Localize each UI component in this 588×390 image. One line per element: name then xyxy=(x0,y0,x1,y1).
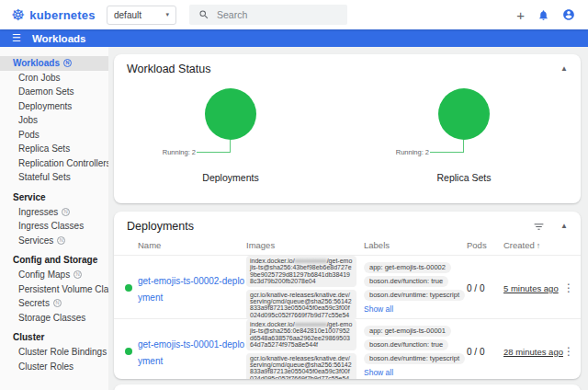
sidebar-item-cluster-role-bindings[interactable]: Cluster Role Bindings xyxy=(0,345,108,360)
pie-chart-area: Running: 2 xyxy=(153,86,309,166)
status-running-dot xyxy=(125,348,132,355)
created-cell[interactable]: 28 minutes ago xyxy=(503,347,560,357)
sidebar-item-replication-controllers[interactable]: Replication Controllers xyxy=(0,156,108,171)
kubernetes-logo-icon: ☸ xyxy=(11,7,25,23)
notifications-bell-icon[interactable] xyxy=(537,9,549,21)
sidebar-item-cron-jobs[interactable]: Cron Jobs xyxy=(0,71,108,86)
name-cell: get-emojis-ts-00002-deployment xyxy=(138,271,246,304)
sidebar-item-secrets[interactable]: SecretsN xyxy=(0,296,108,311)
top-bar: ☸ kubernetes default ▾ + xyxy=(0,0,588,29)
label-chip: boson.dev/runtime: typescript xyxy=(364,353,465,364)
workload-status-title: Workload Status xyxy=(127,63,545,75)
column-header-images[interactable]: Images xyxy=(246,240,364,250)
labels-cell: app: get-emojis-ts-00001boson.dev/functi… xyxy=(364,326,467,377)
namespaced-badge-icon: N xyxy=(74,270,82,279)
top-actions: + xyxy=(516,8,588,22)
brand-name: kubernetes xyxy=(29,8,95,22)
created-cell[interactable]: 5 minutes ago xyxy=(503,283,560,293)
sidebar-item-label: Cron Jobs xyxy=(18,73,61,84)
label-chip: app: get-emojis-ts-00001 xyxy=(364,326,451,337)
workload-status-card: Workload Status ▲ Running: 2DeploymentsR… xyxy=(114,54,581,203)
sidebar-section-header: Service xyxy=(0,185,108,205)
table-row: get-emojis-ts-00002-deploymentindex.dock… xyxy=(114,255,581,318)
image-chip: index.docker.io/xxxxxxxxxx/get-emojis-ts… xyxy=(246,319,356,350)
deployment-name-link[interactable]: get-emojis-ts-00001-deployment xyxy=(138,339,244,366)
deployments-table-body: get-emojis-ts-00002-deploymentindex.dock… xyxy=(114,255,581,379)
sidebar-item-jobs[interactable]: Jobs xyxy=(0,113,108,128)
sidebar-item-label: Services xyxy=(18,235,53,247)
collapse-caret-icon[interactable]: ▲ xyxy=(560,223,568,230)
namespaced-badge-icon: N xyxy=(62,208,70,216)
pie-chart-area: Running: 2 xyxy=(386,86,542,166)
namespace-value: default xyxy=(114,10,141,20)
brand: ☸ kubernetes xyxy=(0,7,97,23)
user-account-icon[interactable] xyxy=(562,8,575,21)
status-running-dot xyxy=(125,284,132,292)
image-chip: index.docker.io/xxxxxxxxxx/get-emojis-ts… xyxy=(246,256,356,287)
sidebar-item-workloads[interactable]: WorkloadsN xyxy=(0,56,108,71)
sidebar-item-ingress-classes[interactable]: Ingress Classes xyxy=(0,219,108,234)
namespaced-badge-icon: N xyxy=(53,299,62,307)
image-chip: gcr.io/knative-releases/knative.dev/serv… xyxy=(246,290,356,321)
sidebar-item-label: Jobs xyxy=(18,115,38,126)
sidebar-item-daemon-sets[interactable]: Daemon Sets xyxy=(0,85,108,99)
label-chip: app: get-emojis-ts-00002 xyxy=(364,262,451,273)
images-cell: index.docker.io/xxxxxxxxxx/get-emojis-ts… xyxy=(246,319,364,379)
menu-hamburger-icon[interactable]: ☰ xyxy=(12,33,21,43)
sidebar-item-replica-sets[interactable]: Replica Sets xyxy=(0,142,108,156)
column-header-pods[interactable]: Pods xyxy=(467,240,503,250)
deployments-header: Deployments ▲ xyxy=(114,212,581,235)
search-bar xyxy=(189,5,347,25)
collapse-caret-icon[interactable]: ▲ xyxy=(560,65,568,73)
row-menu-button[interactable]: ⋮ xyxy=(560,282,577,293)
sidebar-item-label: Storage Classes xyxy=(18,313,85,324)
images-cell: index.docker.io/xxxxxxxxxx/get-emojis-ts… xyxy=(246,256,364,320)
sidebar-item-stateful-sets[interactable]: Stateful Sets xyxy=(0,170,108,185)
column-header-created[interactable]: Created ↑ xyxy=(503,240,560,250)
sidebar-section-header: Config and Storage xyxy=(0,247,108,268)
deployments-table-header: NameImagesLabelsPodsCreated ↑ xyxy=(114,235,581,255)
main-content: Workload Status ▲ Running: 2DeploymentsR… xyxy=(108,47,588,390)
pods-cell: 0 / 0 xyxy=(467,283,503,293)
sidebar-item-persistent-volume-claims[interactable]: Persistent Volume ClaimsN xyxy=(0,282,108,297)
sidebar-item-label: Persistent Volume Claims xyxy=(18,284,108,295)
filter-icon[interactable] xyxy=(533,221,545,233)
sidebar-item-config-maps[interactable]: Config MapsN xyxy=(0,268,108,282)
status-chart-deployments: Running: 2Deployments xyxy=(114,86,347,183)
deployments-card: Deployments ▲ NameImagesLabelsPodsCreate… xyxy=(114,212,581,379)
sidebar-item-label: Stateful Sets xyxy=(18,172,71,183)
content-layout: WorkloadsNCron JobsDaemon SetsDeployment… xyxy=(0,47,588,390)
chart-label: Replica Sets xyxy=(437,172,492,183)
redacted-text: xxxxxxxxxx xyxy=(295,321,327,327)
deployment-name-link[interactable]: get-emojis-ts-00002-deployment xyxy=(138,276,244,303)
column-spacer xyxy=(560,240,577,250)
sidebar-item-label: Secrets xyxy=(18,298,50,309)
label-chip: boson.dev/function: true xyxy=(364,339,448,350)
column-header-name[interactable]: Name xyxy=(138,240,246,250)
sidebar-item-label: Cluster Role Bindings xyxy=(18,347,107,358)
sidebar-item-pods[interactable]: Pods xyxy=(0,128,108,143)
create-resource-button[interactable]: + xyxy=(516,8,525,22)
sidebar-item-storage-classes[interactable]: Storage Classes xyxy=(0,311,108,326)
column-header-labels[interactable]: Labels xyxy=(364,240,467,250)
row-menu-button[interactable]: ⋮ xyxy=(560,346,577,357)
sidebar-item-label: Ingresses xyxy=(18,207,58,218)
status-cell xyxy=(119,348,138,355)
show-all-link[interactable]: Show all xyxy=(364,304,393,314)
annotation-connector-line xyxy=(197,140,231,153)
search-input[interactable] xyxy=(217,9,338,20)
chevron-down-icon: ▾ xyxy=(165,11,169,18)
nav-bar: ☰ Workloads xyxy=(0,29,588,47)
kubernetes-dashboard: ☸ kubernetes default ▾ + ☰ Workloads W xyxy=(0,0,588,390)
sidebar-item-services[interactable]: ServicesN xyxy=(0,234,108,248)
show-all-link[interactable]: Show all xyxy=(364,368,393,377)
sidebar-item-cluster-roles[interactable]: Cluster Roles xyxy=(0,360,108,374)
sidebar-item-deployments[interactable]: Deployments xyxy=(0,99,108,114)
sidebar-item-label: Replica Sets xyxy=(18,143,70,155)
namespaced-badge-icon: N xyxy=(57,236,65,245)
label-chip: boson.dev/runtime: typescript xyxy=(364,290,465,301)
deployments-title: Deployments xyxy=(127,220,517,233)
column-spacer xyxy=(119,240,138,250)
namespace-selector[interactable]: default ▾ xyxy=(107,6,176,25)
sidebar-item-ingresses[interactable]: IngressesN xyxy=(0,205,108,220)
